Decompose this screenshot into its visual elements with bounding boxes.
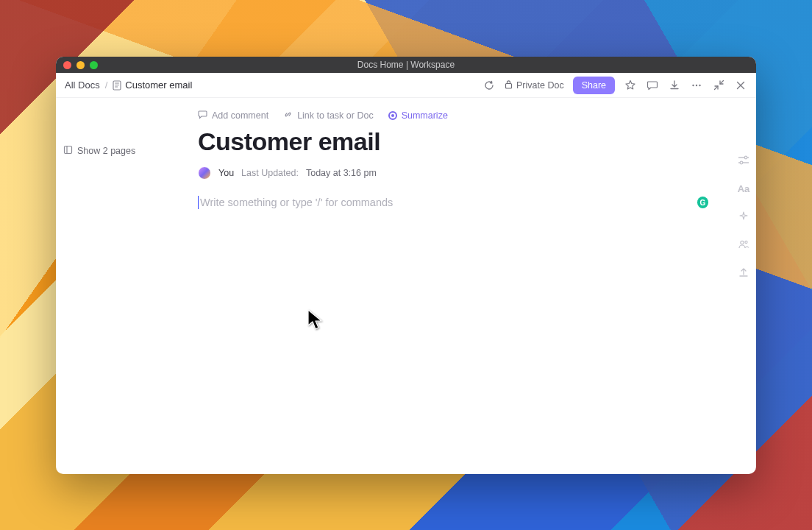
window-controls (63, 61, 98, 69)
people-icon[interactable] (737, 238, 750, 251)
close-icon[interactable] (734, 79, 747, 92)
last-updated-label: Last Updated: (241, 168, 299, 178)
top-actions: Private Doc Share (482, 77, 747, 94)
share-button[interactable]: Share (573, 77, 615, 94)
svg-point-13 (740, 161, 743, 164)
refresh-icon[interactable] (482, 79, 496, 92)
export-icon[interactable] (737, 266, 750, 279)
settings-slider-icon[interactable] (737, 154, 750, 167)
window-title: Docs Home | Workspace (56, 60, 756, 70)
lock-icon (505, 80, 513, 91)
window-body: Show 2 pages Add comment Li (56, 98, 756, 474)
author-name: You (218, 168, 234, 178)
breadcrumb: All Docs / Customer email (65, 80, 192, 91)
svg-point-6 (696, 84, 697, 85)
breadcrumb-current-label: Customer email (125, 80, 192, 91)
left-sidebar: Show 2 pages (56, 98, 198, 474)
last-updated-value: Today at 3:16 pm (306, 168, 377, 178)
svg-point-7 (699, 84, 700, 85)
collapse-icon[interactable] (712, 79, 725, 92)
doc-editor-input[interactable] (200, 197, 697, 208)
top-toolbar: All Docs / Customer email (56, 73, 756, 98)
breadcrumb-current[interactable]: Customer email (113, 80, 192, 91)
grammar-badge[interactable]: G (697, 197, 708, 208)
add-comment-action[interactable]: Add comment (198, 110, 268, 121)
comment-icon (198, 110, 207, 121)
svg-point-15 (745, 241, 747, 243)
close-window-button[interactable] (63, 61, 71, 69)
more-icon[interactable] (690, 79, 703, 92)
desktop-wallpaper: Docs Home | Workspace All Docs / Custome… (0, 0, 812, 530)
show-pages-label: Show 2 pages (77, 146, 135, 156)
download-icon[interactable] (668, 79, 681, 92)
link-task-label: Link to task or Doc (297, 110, 374, 121)
app-window: Docs Home | Workspace All Docs / Custome… (56, 57, 756, 474)
show-pages-toggle[interactable]: Show 2 pages (63, 145, 190, 157)
editor-row: G (198, 196, 713, 209)
author-avatar[interactable] (198, 166, 211, 180)
quick-actions-row: Add comment Link to task or Doc Summariz… (198, 110, 727, 121)
svg-rect-8 (65, 146, 72, 154)
window-titlebar: Docs Home | Workspace (56, 57, 756, 73)
privacy-indicator[interactable]: Private Doc (505, 80, 564, 91)
zoom-window-button[interactable] (90, 61, 98, 69)
privacy-label: Private Doc (516, 80, 564, 91)
svg-rect-4 (506, 83, 512, 88)
pages-icon (63, 145, 73, 157)
doc-title[interactable]: Customer email (198, 127, 727, 156)
link-icon (283, 110, 293, 121)
breadcrumb-root[interactable]: All Docs (65, 80, 100, 91)
add-comment-label: Add comment (212, 110, 268, 121)
typography-icon[interactable]: Aa (737, 182, 750, 195)
right-rail: Aa (737, 154, 750, 279)
link-task-action[interactable]: Link to task or Doc (283, 110, 374, 121)
star-icon[interactable] (624, 79, 637, 92)
breadcrumb-separator: / (105, 80, 108, 91)
svg-point-11 (744, 156, 747, 159)
text-caret (198, 196, 199, 209)
doc-byline: You Last Updated: Today at 3:16 pm (198, 166, 727, 180)
svg-point-14 (741, 241, 744, 244)
doc-icon (113, 80, 121, 91)
comments-icon[interactable] (646, 79, 659, 92)
ai-sparkle-icon[interactable] (737, 210, 750, 223)
summarize-label: Summarize (402, 110, 448, 121)
summarize-icon (388, 111, 397, 120)
svg-point-5 (692, 84, 694, 85)
main-content: Add comment Link to task or Doc Summariz… (198, 98, 756, 474)
summarize-action[interactable]: Summarize (388, 110, 448, 121)
minimize-window-button[interactable] (76, 61, 85, 69)
